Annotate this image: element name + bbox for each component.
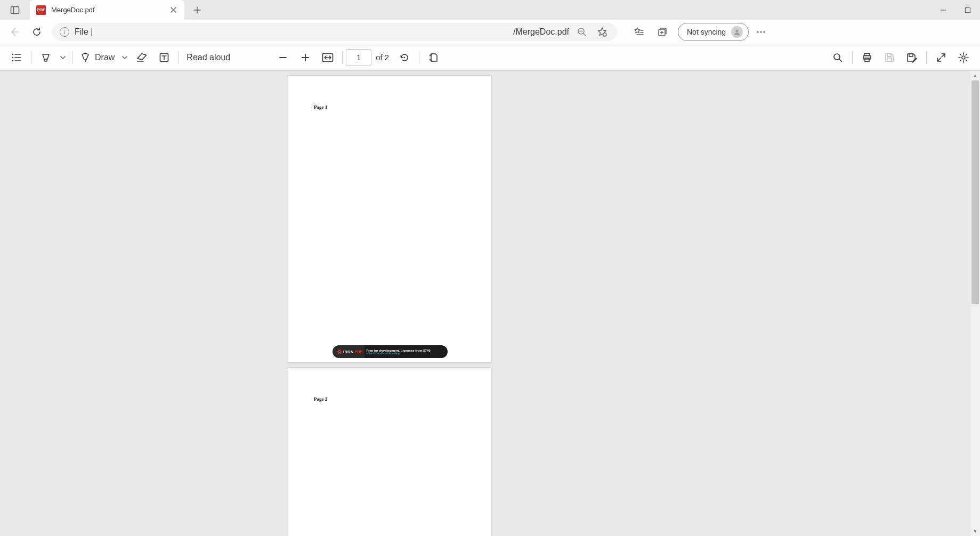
rotate-button[interactable] xyxy=(393,47,416,68)
watermark-brand-b: PDF xyxy=(355,350,362,354)
draw-button[interactable]: Draw xyxy=(76,47,119,68)
svg-point-27 xyxy=(404,56,405,58)
scroll-up-button[interactable]: ▲ xyxy=(970,71,980,80)
toolbar-right-icons: Not syncing xyxy=(628,22,772,42)
more-horizontal-icon xyxy=(756,27,766,37)
svg-point-18 xyxy=(12,56,14,58)
tab-title: MergeDoc.pdf xyxy=(51,6,163,14)
page-view-button[interactable] xyxy=(423,47,445,68)
svg-line-5 xyxy=(584,34,586,36)
erase-button[interactable] xyxy=(131,47,153,68)
vertical-scrollbar[interactable]: ▲ ▼ xyxy=(970,71,980,536)
sync-label: Not syncing xyxy=(687,28,726,36)
page-number-input[interactable] xyxy=(346,49,371,66)
svg-rect-34 xyxy=(909,54,913,56)
read-aloud-button[interactable]: Read aloud xyxy=(182,47,234,68)
draw-label: Draw xyxy=(95,53,115,62)
minus-icon xyxy=(279,53,287,62)
separator xyxy=(926,51,927,64)
contents-button[interactable] xyxy=(5,47,28,68)
page-total-label: of 2 xyxy=(371,53,393,62)
watermark-brand-a: IRON xyxy=(343,350,354,354)
nav-toolbar: i File | /MergeDoc.pdf Not syncing xyxy=(0,20,980,44)
document-area: Page 1 IRONPDF Free for development. Lic… xyxy=(0,71,980,536)
address-bar[interactable]: i File | /MergeDoc.pdf xyxy=(52,23,617,41)
svg-point-20 xyxy=(12,60,14,61)
find-button[interactable] xyxy=(827,47,849,68)
expand-icon xyxy=(936,52,946,63)
svg-line-29 xyxy=(839,59,842,62)
titlebar: PDF MergeDoc.pdf xyxy=(0,0,980,20)
separator xyxy=(852,51,853,64)
page-view-icon xyxy=(428,52,439,63)
site-info-icon[interactable]: i xyxy=(60,27,69,37)
nav-back-button[interactable] xyxy=(4,22,25,42)
fit-width-button[interactable] xyxy=(317,47,339,68)
highlight-button[interactable] xyxy=(35,47,57,68)
window-controls xyxy=(931,0,980,20)
collections-button[interactable] xyxy=(651,22,674,42)
maximize-icon xyxy=(965,7,971,13)
zoom-in-button[interactable] xyxy=(294,47,317,68)
fullscreen-button[interactable] xyxy=(930,47,952,68)
separator xyxy=(179,51,179,64)
address-favorite-button[interactable] xyxy=(595,25,610,39)
pdf-settings-button[interactable] xyxy=(952,47,975,68)
atom-icon xyxy=(337,349,342,354)
separator xyxy=(342,51,343,64)
star-lines-icon xyxy=(634,27,644,37)
tab-close-button[interactable] xyxy=(168,5,178,15)
add-text-button[interactable] xyxy=(153,47,175,68)
profile-sync-button[interactable]: Not syncing xyxy=(678,23,749,41)
window-maximize-button[interactable] xyxy=(955,0,980,20)
address-prefix: File | xyxy=(75,27,93,37)
pdf-page-2[interactable]: Page 2 xyxy=(288,367,491,536)
highlighter-icon xyxy=(41,52,51,63)
pen-icon xyxy=(80,52,91,63)
close-icon xyxy=(171,7,176,13)
read-aloud-label: Read aloud xyxy=(187,53,230,62)
address-zoom-button[interactable] xyxy=(574,25,589,39)
nav-refresh-button[interactable] xyxy=(27,22,47,42)
svg-rect-0 xyxy=(11,6,19,13)
fit-width-icon xyxy=(322,53,334,62)
ironpdf-watermark: IRONPDF Free for development. Licenses f… xyxy=(333,345,448,358)
tab-actions-button[interactable] xyxy=(0,0,30,20)
zoom-out-icon xyxy=(577,27,587,37)
separator xyxy=(72,51,72,64)
draw-dropdown[interactable] xyxy=(119,47,131,68)
minimize-icon xyxy=(940,7,946,13)
svg-point-36 xyxy=(337,351,342,352)
save-as-button[interactable] xyxy=(901,47,923,68)
scroll-thumb[interactable] xyxy=(971,80,979,304)
settings-more-button[interactable] xyxy=(750,22,772,42)
svg-point-12 xyxy=(736,29,739,32)
separator xyxy=(419,51,419,64)
favorites-button[interactable] xyxy=(628,22,650,42)
scroll-down-button[interactable]: ▼ xyxy=(970,526,980,536)
chevron-down-icon xyxy=(122,54,128,61)
search-icon xyxy=(832,52,843,63)
refresh-icon xyxy=(31,27,42,37)
arrow-left-icon xyxy=(9,27,20,37)
tab-actions-icon xyxy=(10,5,20,15)
ironpdf-logo: IRONPDF xyxy=(337,349,362,354)
page-2-heading: Page 2 xyxy=(314,396,327,402)
collections-icon xyxy=(657,27,668,37)
document-viewport[interactable]: Page 1 IRONPDF Free for development. Lic… xyxy=(0,71,970,536)
print-button[interactable] xyxy=(856,47,878,68)
svg-rect-3 xyxy=(966,7,970,12)
browser-tab[interactable]: PDF MergeDoc.pdf xyxy=(30,0,184,20)
window-minimize-button[interactable] xyxy=(931,0,955,20)
list-icon xyxy=(11,53,22,62)
svg-point-16 xyxy=(12,53,14,55)
new-tab-button[interactable] xyxy=(188,1,207,20)
pdf-page-1[interactable]: Page 1 IRONPDF Free for development. Lic… xyxy=(288,75,491,363)
save-icon xyxy=(884,52,895,63)
save-button[interactable] xyxy=(878,47,901,68)
highlight-dropdown[interactable] xyxy=(57,47,69,68)
gear-icon xyxy=(958,52,969,63)
zoom-out-button[interactable] xyxy=(272,47,294,68)
svg-point-35 xyxy=(962,56,965,59)
plus-icon xyxy=(301,53,310,62)
